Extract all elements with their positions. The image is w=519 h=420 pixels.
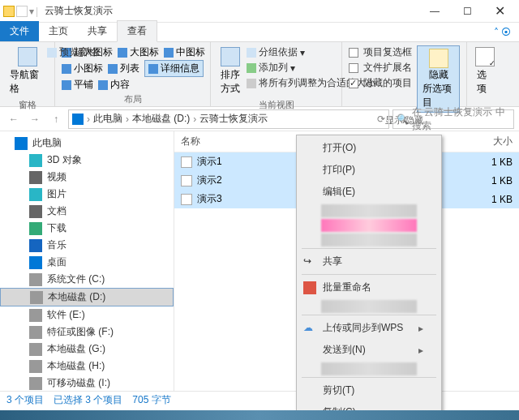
taskbar xyxy=(0,410,519,420)
ctx-open[interactable]: 打开(O) xyxy=(298,137,440,159)
tree-item[interactable]: 软件 (E:) xyxy=(0,306,174,324)
ctx-blurred-item xyxy=(321,362,417,375)
tree-item[interactable]: 下载 xyxy=(0,220,174,237)
tree-item[interactable]: 视频 xyxy=(0,169,174,186)
back-button[interactable]: ← xyxy=(5,110,23,128)
tree-item[interactable]: 可移动磁盘 (I:) xyxy=(0,375,174,391)
tree-item[interactable]: 本地磁盘 (D:) xyxy=(0,288,174,306)
layout-small[interactable]: 小图标 xyxy=(62,60,103,77)
drive-icon xyxy=(29,309,42,322)
layout-details[interactable]: 详细信息 xyxy=(144,60,204,77)
drive-icon xyxy=(29,205,42,218)
qat-dropdown-icon[interactable]: ▾ xyxy=(29,6,34,17)
ctx-print[interactable]: 打印(P) xyxy=(298,159,440,181)
refresh-icon[interactable]: ⟳ xyxy=(377,114,385,125)
sort-icon xyxy=(221,47,240,66)
file-icon xyxy=(181,156,192,168)
ctx-blurred-item xyxy=(321,300,417,313)
options-button[interactable]: ✓ 选项 xyxy=(474,45,496,97)
help-icon[interactable]: ˄ ⦿ xyxy=(486,24,519,41)
file-icon xyxy=(181,175,192,186)
minimize-button[interactable]: — xyxy=(418,0,451,23)
tab-share[interactable]: 共享 xyxy=(78,21,117,41)
drive-icon xyxy=(29,239,42,252)
ctx-upload-wps[interactable]: ☁上传或同步到WPS▸ xyxy=(298,317,440,339)
share-icon: ↪ xyxy=(303,255,316,268)
tab-home[interactable]: 主页 xyxy=(39,21,78,41)
hidden-items-toggle[interactable]: 隐藏的项目 xyxy=(349,76,412,90)
ctx-cut[interactable]: 剪切(T) xyxy=(298,379,440,401)
options-icon: ✓ xyxy=(475,47,495,66)
close-button[interactable]: ✕ xyxy=(483,0,516,23)
divider: | xyxy=(36,6,38,17)
tree-item[interactable]: 文档 xyxy=(0,203,174,220)
file-icon xyxy=(181,194,192,205)
tree-item[interactable]: 特征或图像 (F:) xyxy=(0,324,174,341)
drive-icon xyxy=(29,273,42,286)
layout-large[interactable]: 大图标 xyxy=(118,45,159,59)
ctx-share[interactable]: ↪共享 xyxy=(298,251,440,272)
tree-item[interactable]: 桌面 xyxy=(0,254,174,271)
tree-item[interactable]: 图片 xyxy=(0,186,174,203)
qat-icon[interactable] xyxy=(16,6,28,17)
ctx-blurred-item xyxy=(321,204,417,217)
up-button[interactable]: ↑ xyxy=(47,110,65,128)
drive-icon xyxy=(30,291,43,304)
drive-icon xyxy=(29,377,42,390)
maximize-button[interactable]: ☐ xyxy=(451,0,483,23)
layout-tiles[interactable]: 平铺 xyxy=(62,78,93,92)
cloud-icon: ☁ xyxy=(303,322,316,335)
ctx-blurred-item xyxy=(321,234,417,246)
hide-selected-button[interactable]: 隐藏 所选项目 xyxy=(417,45,460,113)
drive-icon xyxy=(29,188,42,201)
drive-icon xyxy=(29,171,42,184)
tab-view[interactable]: 查看 xyxy=(117,20,157,42)
window-title: 云骑士恢复演示 xyxy=(45,4,113,18)
context-menu: 打开(O) 打印(P) 编辑(E) ↪共享 批量重命名 ☁上传或同步到WPS▸ … xyxy=(296,135,442,420)
drive-icon xyxy=(29,256,42,269)
drive-icon xyxy=(29,360,42,373)
ctx-batch-rename[interactable]: 批量重命名 xyxy=(298,276,440,298)
tree-item[interactable]: 本地磁盘 (G:) xyxy=(0,341,174,358)
drive-icon xyxy=(15,137,28,150)
item-checkbox-toggle[interactable]: 项目复选框 xyxy=(349,45,412,59)
drive-icon xyxy=(29,326,42,339)
file-ext-toggle[interactable]: 文件扩展名 xyxy=(349,61,412,75)
nav-tree[interactable]: 此电脑3D 对象视频图片文档下载音乐桌面系统文件 (C:)本地磁盘 (D:)软件… xyxy=(0,131,174,391)
drive-icon xyxy=(29,154,42,167)
layout-content[interactable]: 内容 xyxy=(98,78,130,92)
pc-icon xyxy=(72,114,84,125)
preview-pane-button[interactable]: 预览窗格 xyxy=(47,45,98,59)
ctx-blurred-item xyxy=(321,219,417,232)
sort-button[interactable]: 排序方式 xyxy=(217,45,243,97)
tree-item[interactable]: 本地磁盘 (H:) xyxy=(0,358,174,375)
nav-pane-icon xyxy=(18,47,37,66)
wps-icon xyxy=(303,281,316,294)
hide-icon xyxy=(429,49,448,68)
nav-pane-button[interactable]: 导航窗格 xyxy=(6,45,48,97)
ctx-send-to[interactable]: 发送到(N)▸ xyxy=(298,339,440,361)
ctx-edit[interactable]: 编辑(E) xyxy=(298,181,440,203)
tree-item[interactable]: 系统文件 (C:) xyxy=(0,271,174,288)
layout-medium[interactable]: 中图标 xyxy=(164,45,205,59)
tree-item[interactable]: 此电脑 xyxy=(0,135,174,152)
forward-button[interactable]: → xyxy=(26,110,44,128)
folder-icon xyxy=(3,6,15,17)
drive-icon xyxy=(29,222,42,235)
tree-item[interactable]: 音乐 xyxy=(0,237,174,254)
search-icon: 🔍 xyxy=(397,114,409,125)
search-input[interactable]: 🔍 在 云骑士恢复演示 中搜索 xyxy=(392,109,514,129)
tree-item[interactable]: 3D 对象 xyxy=(0,152,174,169)
layout-list[interactable]: 列表 xyxy=(108,60,139,77)
address-bar[interactable]: › 此电脑 › 本地磁盘 (D:) › 云骑士恢复演示 ⟳ xyxy=(68,109,389,129)
drive-icon xyxy=(29,343,42,356)
tab-file[interactable]: 文件 xyxy=(0,21,39,41)
